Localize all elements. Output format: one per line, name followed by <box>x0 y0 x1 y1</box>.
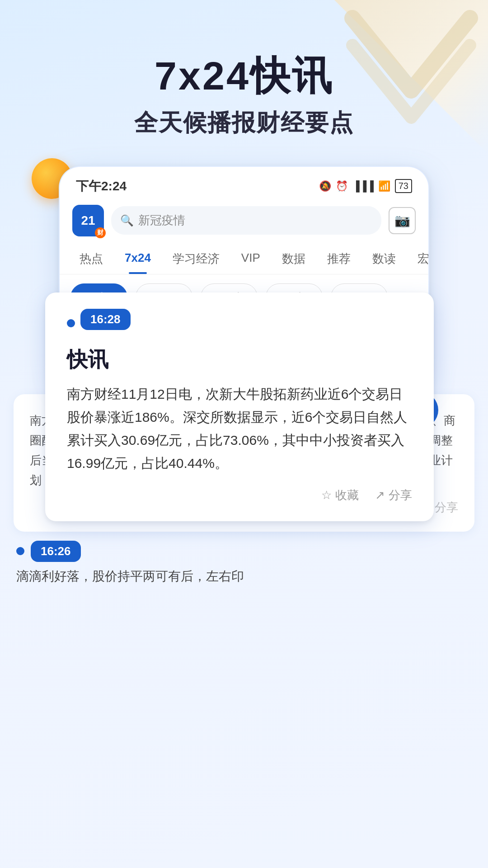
hero-subtitle: 全天候播报财经要点 <box>0 107 488 139</box>
logo-badge: 财 <box>95 227 106 238</box>
hero-title: 7x24快讯 <box>0 54 488 98</box>
third-dot <box>16 547 24 555</box>
battery-icon: 73 <box>395 179 412 193</box>
notification-icon: 🔕 <box>319 180 331 192</box>
share-label: 分享 <box>389 487 412 503</box>
status-icons: 🔕 ⏰ ▐▐▐ 📶 73 <box>319 179 412 193</box>
hero-section: 7x24快讯 全天候播报财经要点 <box>0 0 488 139</box>
search-bar[interactable]: 🔍 新冠疫情 <box>111 206 381 235</box>
news-time-badge: 16:28 <box>80 309 131 330</box>
news-body: 南方财经11月12日电，次新大牛股拓新药业近6个交易日股价暴涨近186%。深交所… <box>67 382 412 475</box>
tab-recommend[interactable]: 推荐 <box>316 244 361 274</box>
tab-macro[interactable]: 宏≡ <box>407 244 428 274</box>
share-icon: ↗ <box>375 488 385 502</box>
news-actions: ☆ 收藏 ↗ 分享 <box>67 487 412 503</box>
news-category: 快讯 <box>67 346 412 373</box>
camera-button[interactable]: 📷 <box>389 207 416 234</box>
tab-7x24[interactable]: 7x24 <box>114 244 162 274</box>
status-bar: 下午2:24 🔕 ⏰ ▐▐▐ 📶 73 <box>60 167 428 200</box>
third-article-time: 16:26 <box>31 541 81 562</box>
phone-mockup-container: 下午2:24 🔕 ⏰ ▐▐▐ 📶 73 21 财 🔍 新冠疫情 📷 <box>59 166 429 385</box>
battery-level: 73 <box>399 181 408 191</box>
tab-hot[interactable]: 热点 <box>69 244 114 274</box>
tab-learn-econ[interactable]: 学习经济 <box>162 244 230 274</box>
collect-button[interactable]: ☆ 收藏 <box>321 487 359 503</box>
tab-data[interactable]: 数据 <box>271 244 316 274</box>
star-icon: ☆ <box>321 488 332 502</box>
third-article-header: 16:26 <box>0 532 488 566</box>
status-time: 下午2:24 <box>76 178 127 195</box>
share-button[interactable]: ↗ 分享 <box>375 487 412 503</box>
news-card: 16:28 快讯 南方财经11月12日电，次新大牛股拓新药业近6个交易日股价暴涨… <box>45 292 434 521</box>
third-article-preview: 滴滴利好落，股价持平两可有后，左右印 <box>0 566 488 600</box>
tab-vip[interactable]: VIP <box>230 244 271 274</box>
second-share-label: 分享 <box>435 500 458 515</box>
search-placeholder: 新冠疫情 <box>138 212 185 228</box>
wifi-icon: 📶 <box>378 180 390 192</box>
collect-label: 收藏 <box>335 487 359 503</box>
app-header: 21 财 🔍 新冠疫情 📷 <box>60 200 428 244</box>
logo-number: 21 <box>81 213 95 228</box>
tab-read[interactable]: 数读 <box>361 244 407 274</box>
signal-icon: ▐▐▐ <box>352 180 374 192</box>
alarm-icon: ⏰ <box>336 180 348 192</box>
nav-tabs: 热点 7x24 学习经济 VIP 数据 推荐 数读 宏≡ <box>60 244 428 274</box>
search-icon: 🔍 <box>120 214 134 227</box>
app-logo[interactable]: 21 财 <box>72 205 104 236</box>
news-dot <box>67 319 75 327</box>
